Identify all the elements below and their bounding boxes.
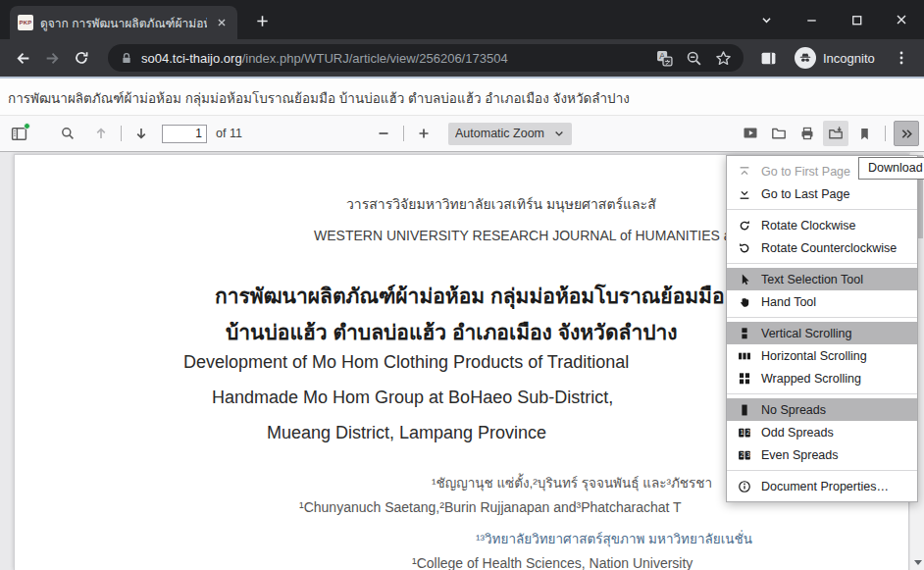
url-bar[interactable]: so04.tci-thaijo.org/index.php/WTURJ/arti… xyxy=(108,44,744,72)
tab-search-chevron-icon[interactable] xyxy=(744,0,789,39)
svg-text:2: 2 xyxy=(741,451,744,458)
zoom-out-page-icon[interactable] xyxy=(683,47,704,69)
menu-item-rotate-clockwise[interactable]: Rotate Clockwise xyxy=(727,214,917,236)
document-properties-icon xyxy=(737,479,752,494)
svg-text:3: 3 xyxy=(746,451,750,458)
menu-separator xyxy=(727,393,917,394)
even-spreads-icon: 23 xyxy=(737,447,752,463)
affiliation-english: ¹College of Health Sciences, Nation Univ… xyxy=(412,555,693,570)
go-to-last-page-icon xyxy=(737,186,752,202)
forward-icon[interactable] xyxy=(37,43,67,73)
go-to-first-page-icon xyxy=(737,164,752,180)
pdf-viewer: วารสารวิจัยมหาวิทยาลัยเวสเทิร์น มนุษยศาส… xyxy=(0,152,924,570)
incognito-label: Incognito xyxy=(823,51,875,66)
horizontal-scrolling-icon xyxy=(737,348,752,364)
menu-separator xyxy=(727,209,917,210)
toolbar-right: Incognito xyxy=(753,43,916,73)
article-title-english-line3: Mueang District, Lampang Province xyxy=(267,423,546,443)
bookmark-star-icon[interactable] xyxy=(712,47,734,69)
menu-item-go-to-last-page[interactable]: Go to Last Page xyxy=(727,182,917,205)
menu-separator xyxy=(727,317,917,318)
find-icon[interactable] xyxy=(55,121,80,146)
open-file-icon[interactable] xyxy=(766,121,792,146)
page-count-label: of 11 xyxy=(216,127,242,140)
no-spreads-icon xyxy=(737,402,752,418)
lock-icon xyxy=(120,51,133,66)
text-selection-cursor-icon xyxy=(737,272,752,287)
menu-item-hand-tool[interactable]: Hand Tool xyxy=(727,290,917,313)
affiliation-thai: ¹³วิทยาลัยวิทยาศาสตร์สุขภาพ มหาวิทยาลัยเ… xyxy=(476,528,752,549)
print-icon[interactable] xyxy=(795,121,820,146)
url-text: so04.tci-thaijo.org/index.php/WTURJ/arti… xyxy=(141,51,645,66)
vertical-scrolling-icon xyxy=(737,326,752,341)
tab-close-icon[interactable] xyxy=(214,15,230,30)
menu-item-vertical-scrolling[interactable]: Vertical Scrolling xyxy=(727,322,917,344)
reload-icon[interactable] xyxy=(67,43,96,73)
svg-text:2: 2 xyxy=(746,429,750,436)
authors-english: ¹Chunyanuch Saetang,²Burin Rujjanapan an… xyxy=(299,499,682,515)
rotate-clockwise-icon xyxy=(737,218,752,233)
zoom-in-icon[interactable] xyxy=(411,121,436,146)
incognito-icon xyxy=(795,47,816,69)
article-title-thai-line1: การพัฒนาผลิตภัณฑ์ผ้าม่อห้อม กลุ่มม่อห้อม… xyxy=(215,280,725,312)
sidebar-toggle-icon[interactable] xyxy=(6,121,31,146)
browser-menu-icon[interactable] xyxy=(887,43,916,73)
wrapped-scrolling-icon xyxy=(737,371,752,387)
new-tab-button[interactable] xyxy=(251,10,273,31)
article-title-header: การพัฒนาผลิตภัณฑ์ผ้าม่อห้อม กลุ่มม่อห้อม… xyxy=(8,87,916,109)
authors-thai: ¹ชัญญานุช แซ่ตั้ง,²บุรินทร์ รุจจนพันธุ์ … xyxy=(432,472,712,493)
next-page-icon[interactable] xyxy=(128,121,154,146)
window-maximize-button[interactable] xyxy=(834,0,879,39)
article-title-english-line1: Development of Mo Hom Clothing Products … xyxy=(183,352,629,373)
chevron-down-icon xyxy=(553,128,565,139)
pdf-toolbar: of 11 Automatic Zoom xyxy=(0,116,924,152)
article-title-thai-line2: บ้านบ่อแฮ้ว ตำบลบ่อแฮ้ว อำเภอเมือง จังหว… xyxy=(226,316,678,348)
side-panel-icon[interactable] xyxy=(753,43,783,73)
menu-separator xyxy=(727,263,917,264)
menu-item-text-selection-tool[interactable]: Text Selection Tool xyxy=(727,268,917,290)
download-icon[interactable] xyxy=(823,121,848,146)
browser-toolbar: so04.tci-thaijo.org/index.php/WTURJ/arti… xyxy=(0,39,924,77)
zoom-level-select[interactable]: Automatic Zoom xyxy=(448,123,572,145)
page-number-input[interactable] xyxy=(162,125,207,143)
rotate-counterclockwise-icon xyxy=(737,240,752,256)
odd-spreads-icon: 12 xyxy=(737,425,752,440)
back-icon[interactable] xyxy=(8,43,37,73)
menu-item-no-spreads[interactable]: No Spreads xyxy=(727,398,917,421)
translate-icon[interactable]: A xyxy=(653,47,675,69)
tab-strip: PKP ดูจาก การพัฒนาผลิตภัณฑ์ผ้าม่อห้อม xyxy=(0,0,924,39)
tab-title: ดูจาก การพัฒนาผลิตภัณฑ์ผ้าม่อห้อม xyxy=(40,14,207,32)
secondary-toolbar-toggle-icon[interactable] xyxy=(894,121,919,146)
menu-item-horizontal-scrolling[interactable]: Horizontal Scrolling xyxy=(727,344,917,367)
menu-item-rotate-counterclockwise[interactable]: Rotate Counterclockwise xyxy=(727,236,917,259)
menu-item-even-spreads[interactable]: 23 Even Spreads xyxy=(727,443,917,466)
menu-item-odd-spreads[interactable]: 12 Odd Spreads xyxy=(727,421,917,443)
window-controls xyxy=(744,0,924,39)
secondary-toolbar-menu: Go to First Page Go to Last Page Rotate … xyxy=(726,155,918,502)
incognito-badge: Incognito xyxy=(789,47,881,69)
bookmark-icon[interactable] xyxy=(851,121,877,146)
presentation-mode-icon[interactable] xyxy=(738,121,763,146)
pkp-favicon: PKP xyxy=(18,15,33,30)
window-minimize-button[interactable] xyxy=(789,0,834,39)
browser-tab[interactable]: PKP ดูจาก การพัฒนาผลิตภัณฑ์ผ้าม่อห้อม xyxy=(10,6,237,39)
previous-page-icon[interactable] xyxy=(88,121,114,146)
scrollbar-down-arrow[interactable] xyxy=(914,560,922,565)
window-close-button[interactable] xyxy=(879,0,924,39)
journal-name-thai: วารสารวิจัยมหาวิทยาลัยเวสเทิร์น มนุษยศาส… xyxy=(346,193,656,215)
menu-item-wrapped-scrolling[interactable]: Wrapped Scrolling xyxy=(727,367,917,389)
zoom-out-icon[interactable] xyxy=(371,121,396,146)
hand-tool-icon xyxy=(737,294,752,310)
download-tooltip: Download xyxy=(858,157,924,180)
menu-separator xyxy=(727,470,917,471)
article-title-english-line2: Handmade Mo Hom Group at BoHaeo Sub-Dist… xyxy=(212,388,613,408)
menu-item-document-properties[interactable]: Document Properties… xyxy=(727,475,917,497)
svg-text:1: 1 xyxy=(741,429,744,436)
notification-dot xyxy=(24,123,30,130)
site-header: การพัฒนาผลิตภัณฑ์ผ้าม่อห้อม กลุ่มม่อห้อม… xyxy=(0,77,924,116)
